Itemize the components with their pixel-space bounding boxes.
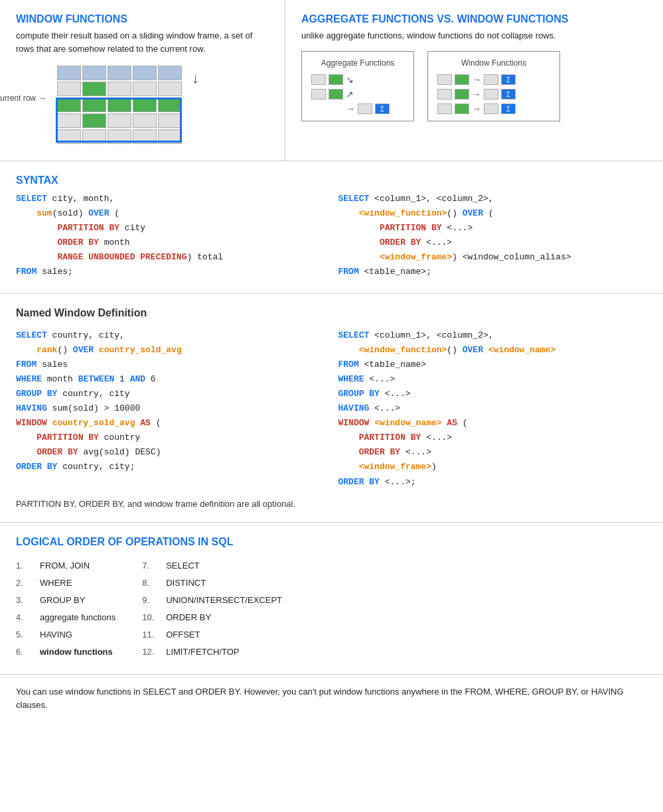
kw: PARTITION BY xyxy=(359,433,421,442)
code-text: <...> xyxy=(421,433,452,442)
kw: WHERE xyxy=(16,374,42,384)
grid-cell xyxy=(158,82,182,96)
code-text xyxy=(483,345,488,355)
grid-cell xyxy=(108,66,131,80)
win-label: Window Functions xyxy=(437,58,550,68)
kw: OVER xyxy=(88,208,109,218)
kw: <window_name> xyxy=(374,418,441,428)
kw: FROM xyxy=(16,267,37,277)
code-text: <...> xyxy=(421,237,452,247)
code-line: sum(sold) OVER ( xyxy=(16,206,325,221)
code-line: PARTITION BY <...> xyxy=(338,221,648,236)
code-text: 1 xyxy=(114,374,129,384)
sigma-win3: Σ xyxy=(501,103,516,114)
mini-cell-green xyxy=(455,74,469,85)
item-number: 2. xyxy=(16,575,35,592)
item-number: 9. xyxy=(142,592,161,609)
code-text: sum(sold) > 10000 xyxy=(47,403,140,413)
code-line: SELECT country, city, xyxy=(16,328,325,343)
code-line: <window_function>() OVER <window_name> xyxy=(338,343,648,358)
grid-cell xyxy=(158,129,182,144)
code-text xyxy=(16,223,57,233)
code-text xyxy=(338,462,359,472)
code-text xyxy=(47,418,52,428)
grid-cell-green xyxy=(108,98,131,112)
item-label: DISTINCT xyxy=(166,575,206,592)
item-number: 6. xyxy=(16,643,35,661)
window-functions-box: Window Functions → Σ → Σ xyxy=(427,51,560,121)
code-line: WHERE month BETWEEN 1 AND 6 xyxy=(16,372,325,387)
mini-cell-green xyxy=(329,89,343,100)
grid-cell xyxy=(158,66,182,80)
grid-cell xyxy=(108,129,131,144)
code-text xyxy=(16,345,37,355)
kw: HAVING xyxy=(338,403,370,413)
arrow-right4-icon: → xyxy=(472,89,481,100)
syntax-left-code: SELECT city, month, sum(sold) OVER ( PAR… xyxy=(16,192,325,280)
grid-cell xyxy=(57,66,81,80)
grid-cell xyxy=(133,129,157,144)
item-label: UNION/INTERSECT/EXCEPT xyxy=(166,592,282,609)
kw: FROM xyxy=(338,267,359,277)
code-text xyxy=(369,418,374,428)
mini-cell xyxy=(437,74,452,85)
kw: OVER xyxy=(463,208,483,218)
item-label: SELECT xyxy=(166,557,200,575)
code-text: ) <window_column_alias> xyxy=(452,252,571,262)
mini-cell-green xyxy=(455,103,469,114)
aggregate-vs-window-panel: AGGREGATE FUNCTIONS VS. WINDOW FUNCTIONS… xyxy=(285,0,663,161)
code-line: RANGE UNBOUNDED PRECEDING) total xyxy=(16,250,325,265)
list-item: 12.LIMIT/FETCH/TOP xyxy=(142,643,282,661)
code-text: ) xyxy=(431,462,437,472)
agg-row-2: ↗ xyxy=(311,89,404,100)
sigma-win1: Σ xyxy=(501,74,516,85)
sigma-result: Σ xyxy=(375,103,390,114)
kw: AND xyxy=(130,374,145,384)
window-diagram: current row → xyxy=(56,64,215,147)
kw: WHERE xyxy=(338,374,364,384)
grid-cell-green xyxy=(82,82,106,96)
aggregate-functions-box: Aggregate Functions ↘ ↗ → Σ xyxy=(301,51,414,121)
named-window-code-area: SELECT country, city, rank() OVER countr… xyxy=(16,328,647,490)
code-text: ( xyxy=(457,418,468,428)
code-line: <window_frame>) <window_column_alias> xyxy=(338,250,648,265)
code-text: 6 xyxy=(145,374,156,384)
code-text: country xyxy=(99,433,140,442)
mini-cell xyxy=(358,103,372,114)
list-item: 6.window functions xyxy=(16,643,115,661)
code-line: SELECT <column_1>, <column_2>, xyxy=(338,328,648,343)
kw: rank xyxy=(37,345,57,355)
kw: country_sold_avg xyxy=(99,345,182,355)
named-window-right-code: SELECT <column_1>, <column_2>, <window_f… xyxy=(338,328,648,490)
mini-cell xyxy=(311,89,326,100)
code-line: GROUP BY country, city xyxy=(16,387,325,401)
list-item: 11.OFFSET xyxy=(142,626,282,643)
code-text: <column_1>, <column_2>, xyxy=(369,330,493,340)
code-text xyxy=(338,208,359,218)
grid-cell xyxy=(158,113,182,128)
item-label: ORDER BY xyxy=(166,609,211,626)
order-col-2: 7.SELECT 8.DISTINCT 9.UNION/INTERSECT/EX… xyxy=(142,557,282,661)
item-label: LIMIT/FETCH/TOP xyxy=(166,643,239,661)
kw: <window_function> xyxy=(359,345,447,355)
kw: SELECT xyxy=(338,194,370,204)
window-functions-desc: compute their result based on a sliding … xyxy=(16,29,269,55)
item-label: WHERE xyxy=(40,575,72,592)
code-line: <window_function>() OVER ( xyxy=(338,206,648,221)
grid-cell xyxy=(57,129,81,144)
code-text: avg(sold) DESC) xyxy=(78,447,161,457)
code-text xyxy=(16,433,37,442)
kw: <window_name> xyxy=(488,345,555,355)
win-row-1: → Σ xyxy=(437,74,550,85)
item-number: 8. xyxy=(142,575,161,592)
kw: RANGE UNBOUNDED PRECEDING xyxy=(57,252,186,262)
list-item: 8.DISTINCT xyxy=(142,575,282,592)
code-line: ORDER BY <...> xyxy=(338,236,648,250)
item-number: 4. xyxy=(16,609,35,626)
code-text: <column_1>, <column_2>, xyxy=(369,194,493,204)
syntax-section: SYNTAX SELECT city, month, sum(sold) OVE… xyxy=(0,161,663,294)
code-text: <table_name>; xyxy=(359,267,431,277)
item-label: HAVING xyxy=(40,626,72,643)
grid-cell xyxy=(108,82,131,96)
item-number: 12. xyxy=(142,643,161,661)
